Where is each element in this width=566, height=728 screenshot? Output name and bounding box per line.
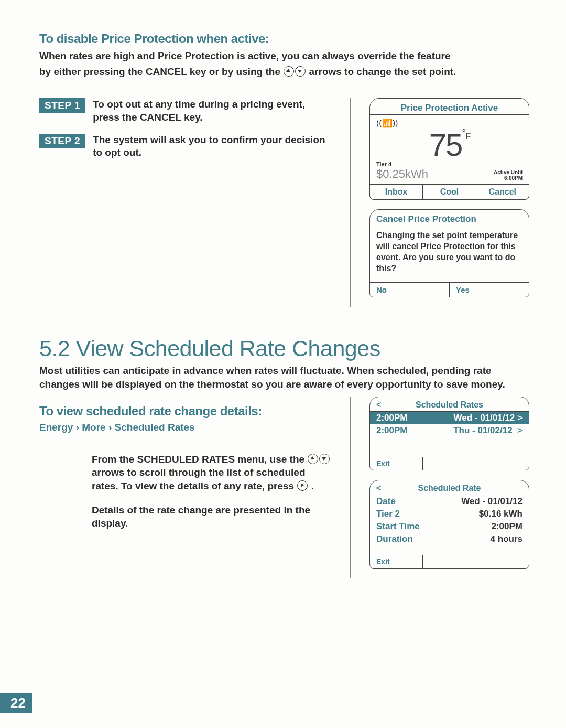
detail-row: Duration 4 hours bbox=[370, 533, 529, 545]
detail-value: 4 hours bbox=[491, 534, 523, 544]
detail-label: Tier 2 bbox=[376, 509, 400, 519]
yes-button[interactable]: Yes bbox=[450, 283, 529, 297]
rate-detail-title-text: Scheduled Rate bbox=[418, 484, 481, 493]
price-value: $0.25 bbox=[376, 167, 405, 180]
signal-icon: ((📶)) bbox=[376, 118, 523, 128]
intro-line2-b: arrows to change the set point. bbox=[309, 66, 456, 77]
rates-list-title-text: Scheduled Rates bbox=[416, 400, 483, 409]
cancel-title: Cancel Price Protection bbox=[370, 210, 529, 226]
tier-label: Tier 4 bbox=[376, 161, 428, 167]
section-5-2-title: 5.2 View Scheduled Rate Changes bbox=[39, 336, 529, 361]
detail-row: Date Wed - 01/01/12 bbox=[370, 495, 529, 508]
para1-b: arrows to scroll through the list of sch… bbox=[92, 467, 306, 491]
details-instruction: Details of the rate change are presented… bbox=[92, 504, 331, 530]
thermo-title: Price Protection Active bbox=[370, 99, 529, 115]
cancel-body-text: Changing the set point temperature will … bbox=[376, 229, 523, 279]
page-number: 22 bbox=[0, 693, 32, 713]
detail-row: Start Time 2:00PM bbox=[370, 520, 529, 533]
breadcrumb: Energy › More › Scheduled Rates bbox=[39, 422, 331, 433]
rate-date: Wed - 01/01/12 bbox=[453, 413, 515, 423]
list-item[interactable]: 2:00PM Wed - 01/01/12 > bbox=[370, 412, 529, 424]
rate-time: 2:00PM bbox=[376, 425, 408, 436]
detail-value: $0.16 kWh bbox=[479, 509, 523, 519]
no-button[interactable]: No bbox=[370, 283, 450, 297]
temperature-display: 75°F bbox=[376, 128, 523, 161]
step2-badge: STEP 2 bbox=[39, 134, 85, 148]
detail-label: Date bbox=[376, 496, 396, 507]
intro-line1: When rates are high and Price Protection… bbox=[39, 49, 529, 63]
para1-c: . bbox=[311, 480, 314, 491]
rate-time: 2:00PM bbox=[376, 413, 408, 423]
horizontal-divider bbox=[39, 444, 331, 444]
detail-row: Tier 2 $0.16 kWh bbox=[370, 508, 529, 520]
up-arrow-icon bbox=[284, 66, 294, 77]
step1-badge: STEP 1 bbox=[39, 98, 85, 113]
para1-a: From the SCHEDULED RATES menu, use the bbox=[92, 454, 307, 465]
disable-heading: To disable Price Protection when active: bbox=[39, 31, 529, 46]
exit-button[interactable]: Exit bbox=[370, 555, 423, 568]
intro-line2: by either pressing the CANCEL key or by … bbox=[39, 65, 529, 79]
step2-text: The system will ask you to confirm your … bbox=[93, 134, 331, 159]
thermostat-panel: Price Protection Active ((📶)) 75°F Tier … bbox=[369, 98, 529, 200]
active-until-label: Active Until bbox=[494, 169, 523, 175]
step-row: STEP 1 To opt out at any time during a p… bbox=[39, 98, 331, 124]
cancel-confirm-panel: Cancel Price Protection Changing the set… bbox=[369, 209, 529, 297]
price-unit: kWh bbox=[405, 167, 428, 180]
chevron-right-icon: > bbox=[517, 425, 523, 435]
detail-value: Wed - 01/01/12 bbox=[461, 496, 523, 507]
detail-value: 2:00PM bbox=[491, 521, 523, 532]
right-arrow-icon bbox=[297, 480, 308, 491]
rate-date: Thu - 01/02/12 bbox=[453, 425, 512, 435]
step-row: STEP 2 The system will ask you to confir… bbox=[39, 134, 331, 159]
exit-button[interactable]: Exit bbox=[370, 457, 423, 470]
temp-unit: F bbox=[466, 132, 470, 141]
cancel-button[interactable]: Cancel bbox=[476, 185, 529, 199]
rates-list-title: < Scheduled Rates bbox=[370, 397, 529, 412]
down-arrow-icon bbox=[319, 454, 330, 464]
section2-intro: Most utilities can anticipate in advance… bbox=[39, 364, 529, 391]
temp-value: 75 bbox=[429, 127, 462, 163]
down-arrow-icon bbox=[295, 66, 306, 77]
detail-label: Start Time bbox=[376, 521, 420, 532]
list-item[interactable]: 2:00PM Thu - 01/02/12 > bbox=[370, 424, 529, 437]
up-arrow-icon bbox=[308, 454, 318, 464]
view-details-heading: To view scheduled rate change details: bbox=[39, 404, 331, 419]
intro-line2-a: by either pressing the CANCEL key or by … bbox=[39, 66, 283, 77]
scheduled-rates-list-panel: < Scheduled Rates 2:00PM Wed - 01/01/12 … bbox=[369, 397, 529, 470]
back-button[interactable]: < bbox=[376, 400, 381, 410]
rate-detail-title: < Scheduled Rate bbox=[370, 480, 529, 495]
cool-button[interactable]: Cool bbox=[423, 185, 476, 199]
vertical-divider bbox=[350, 397, 351, 578]
degree-symbol: ° bbox=[462, 127, 464, 138]
chevron-right-icon: > bbox=[517, 413, 523, 423]
back-button[interactable]: < bbox=[376, 484, 381, 493]
inbox-button[interactable]: Inbox bbox=[370, 185, 423, 199]
step1-text: To opt out at any time during a pricing … bbox=[93, 98, 331, 124]
scheduled-rate-detail-panel: < Scheduled Rate Date Wed - 01/01/12 Tie… bbox=[369, 480, 529, 569]
detail-label: Duration bbox=[376, 534, 413, 544]
vertical-divider bbox=[350, 98, 351, 307]
active-until-value: 6:00PM bbox=[494, 175, 523, 181]
scheduled-rates-instruction: From the SCHEDULED RATES menu, use the a… bbox=[92, 453, 331, 493]
